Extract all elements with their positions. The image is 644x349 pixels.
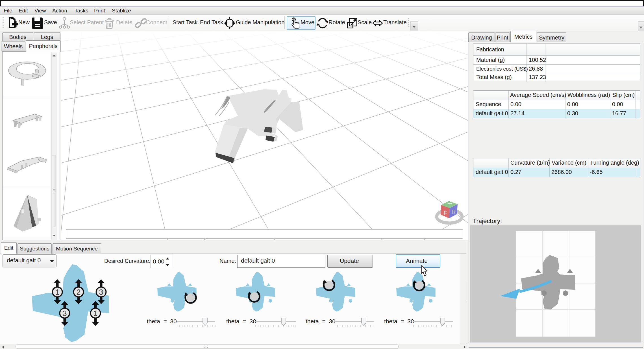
svg-text:1: 1	[55, 288, 59, 296]
svg-text:1: 1	[93, 309, 97, 318]
svg-text:3: 3	[99, 288, 103, 296]
svg-text:R: R	[451, 208, 456, 215]
svg-text:3: 3	[62, 309, 67, 318]
svg-text:F: F	[443, 210, 447, 217]
svg-text:2: 2	[76, 288, 80, 296]
